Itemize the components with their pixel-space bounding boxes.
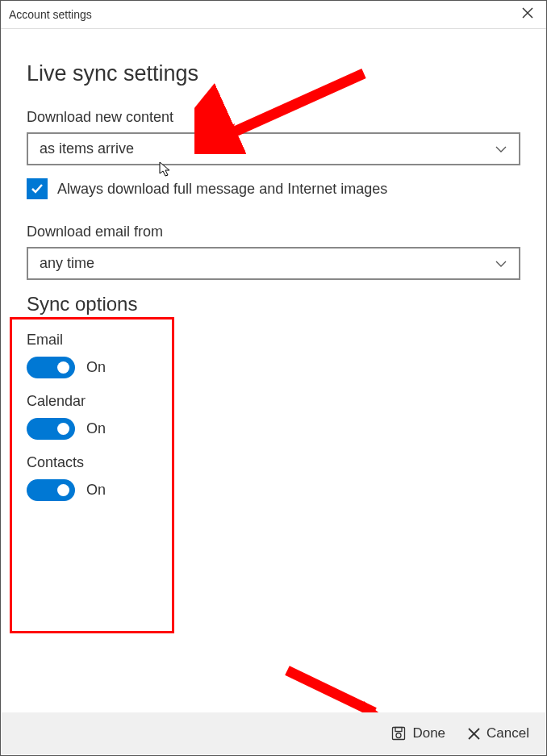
cancel-label: Cancel (486, 725, 529, 741)
download-content-label: Download new content (27, 109, 520, 126)
svg-line-6 (287, 670, 374, 712)
content-area: Live sync settings Download new content … (1, 29, 546, 501)
chevron-down-icon (495, 143, 507, 156)
download-content-value: as items arrive (40, 140, 134, 157)
chevron-down-icon (495, 257, 507, 270)
email-toggle[interactable] (27, 357, 75, 378)
full-message-label: Always download full message and Interne… (57, 181, 387, 198)
email-toggle-state: On (86, 359, 106, 376)
contacts-toggle-block: Contacts On (27, 454, 520, 501)
download-content-select[interactable]: as items arrive (27, 132, 520, 165)
contacts-toggle-state: On (86, 482, 106, 499)
bottom-bar: Done Cancel (2, 712, 545, 754)
page-title: Live sync settings (27, 61, 520, 86)
done-button[interactable]: Done (391, 725, 445, 741)
full-message-checkbox-row[interactable]: Always download full message and Interne… (27, 178, 520, 199)
download-from-select[interactable]: any time (27, 247, 520, 280)
svg-rect-9 (395, 728, 402, 732)
download-from-value: any time (40, 255, 94, 272)
download-from-label: Download email from (27, 223, 520, 240)
sync-options-heading: Sync options (27, 293, 520, 315)
calendar-toggle[interactable] (27, 418, 75, 440)
email-toggle-block: Email On (27, 332, 520, 378)
close-icon (468, 728, 480, 740)
contacts-toggle[interactable] (27, 479, 75, 501)
checkmark-icon (30, 182, 44, 196)
contacts-toggle-label: Contacts (27, 454, 520, 471)
calendar-toggle-block: Calendar On (27, 393, 520, 440)
close-icon (522, 7, 533, 19)
calendar-toggle-state: On (86, 420, 106, 437)
save-icon (391, 726, 406, 741)
cancel-button[interactable]: Cancel (468, 725, 529, 741)
close-button[interactable] (517, 6, 538, 23)
titlebar: Account settings (1, 1, 546, 29)
svg-point-10 (396, 733, 401, 738)
calendar-toggle-label: Calendar (27, 393, 520, 410)
email-toggle-label: Email (27, 332, 520, 349)
window-title: Account settings (9, 8, 92, 21)
done-label: Done (412, 725, 445, 741)
full-message-checkbox[interactable] (27, 178, 48, 199)
